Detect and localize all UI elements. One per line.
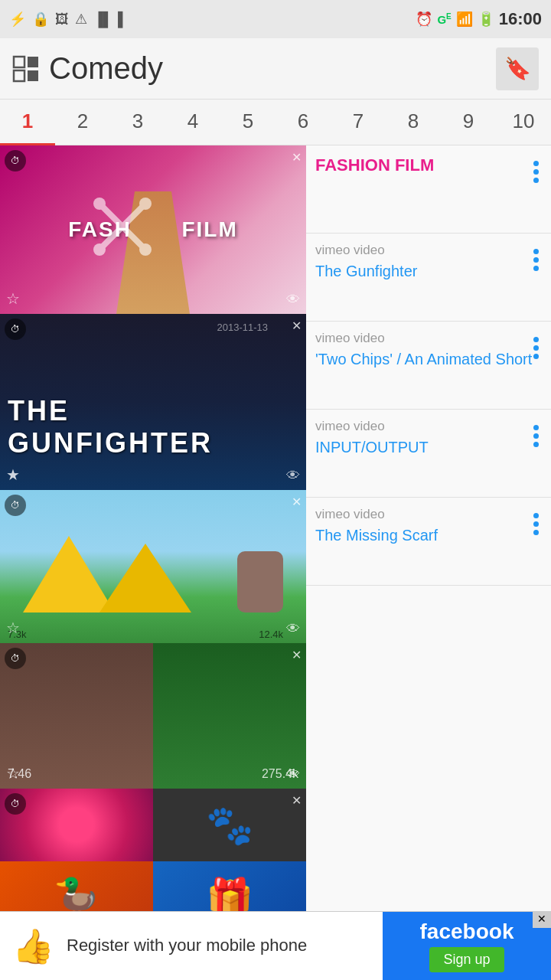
list-source-input-output: vimeo video (315, 419, 533, 434)
thumbnail-gunfighter[interactable]: THEGUNFIGHTER 2013-11-13 ⏱ ★ 👁 ✕ (0, 314, 306, 490)
list-source-missing-scarf: vimeo video (315, 507, 533, 522)
thumb1-timer: ⏱ (5, 150, 26, 172)
network-icon: GE (437, 12, 451, 26)
tab-7[interactable]: 7 (331, 100, 386, 145)
ad-text: Register with your mobile phone (67, 935, 307, 957)
thumbnail-missing-scarf[interactable]: 🐾 🦆 🎁 ⏱ ☆ 👁 ✕ (0, 789, 306, 911)
list-item-fashion-film[interactable]: FASHION FILM (306, 145, 551, 234)
page-title: Comedy (49, 51, 163, 86)
tab-8[interactable]: 8 (386, 100, 441, 145)
list-menu-fashion-film[interactable] (533, 155, 539, 183)
status-time: 16:00 (499, 9, 542, 29)
svg-point-8 (93, 243, 106, 256)
thumbnail-input-output[interactable]: 7.46 275.4k ⏱ ☆ 👁 ✕ (0, 643, 306, 789)
tab-5[interactable]: 5 (220, 100, 276, 145)
list-title-fashion-film: FASHION FILM (315, 155, 533, 177)
list-title-two-chips: 'Two Chips' / An Animated Short (315, 349, 533, 369)
thumbnail-two-chips[interactable]: 7.3k 12.4k ⏱ ☆ 👁 ✕ (0, 490, 306, 643)
thumb4-more[interactable]: ✕ (292, 648, 302, 662)
list-menu-gunfighter[interactable] (533, 243, 539, 271)
tab-10[interactable]: 10 (496, 100, 551, 145)
tab-bar: 1 2 3 4 5 6 7 8 9 10 (0, 100, 551, 145)
thumb3-more[interactable]: ✕ (292, 495, 302, 509)
usb-icon: ⚡ (9, 11, 26, 28)
thumb1-eye: 👁 (286, 292, 300, 308)
tab-3[interactable]: 3 (110, 100, 165, 145)
tab-2[interactable]: 2 (55, 100, 110, 145)
svg-point-7 (139, 198, 152, 210)
image-icon: 🖼 (55, 11, 69, 28)
warning-icon: ⚠ (75, 11, 87, 28)
thumb2-timer: ⏱ (5, 318, 26, 340)
thumb3-eye: 👁 (286, 621, 300, 637)
list-menu-input-output[interactable] (533, 419, 539, 447)
list-menu-two-chips[interactable] (533, 331, 539, 359)
list-source-gunfighter: vimeo video (315, 243, 533, 258)
thumb1-more[interactable]: ✕ (292, 150, 302, 165)
list-source-two-chips: vimeo video (315, 331, 533, 346)
thumb3-timer: ⏱ (5, 495, 26, 516)
tab-4[interactable]: 4 (165, 100, 220, 145)
thumb2-eye: 👁 (286, 468, 300, 484)
thumb5-more[interactable]: ✕ (292, 793, 302, 808)
list-item-input-output[interactable]: vimeo video INPUT/OUTPUT (306, 410, 551, 498)
thumb4-star: ☆ (6, 764, 20, 782)
status-bar: ⚡ 🔒 🖼 ⚠ ▐▌▐ ⏰ GE 📶 🔋 16:00 (0, 0, 551, 38)
tab-1[interactable]: 1 (0, 100, 55, 145)
list-title-gunfighter: The Gunfighter (315, 261, 533, 281)
list-title-missing-scarf: The Missing Scarf (315, 525, 533, 545)
bookmark-icon: 🔖 (504, 56, 531, 81)
thumbnail-panel: FASHION FILM ⏱ ☆ 👁 ✕ (0, 145, 306, 911)
thumb4-eye: 👁 (286, 766, 300, 782)
tab-9[interactable]: 9 (441, 100, 496, 145)
thumb2-more[interactable]: ✕ (292, 318, 302, 333)
thumb2-star: ★ (6, 466, 20, 484)
list-item-gunfighter[interactable]: vimeo video The Gunfighter (306, 234, 551, 322)
svg-point-6 (93, 198, 106, 210)
battery-icon: 🔋 (478, 11, 494, 28)
app-logo (12, 55, 40, 83)
list-item-missing-scarf[interactable]: vimeo video The Missing Scarf (306, 498, 551, 586)
facebook-signup-button[interactable]: Sign up (429, 947, 504, 972)
signal-icon: 📶 (456, 11, 473, 28)
list-panel: FASHION FILM vimeo video The Gunfighter (306, 145, 551, 911)
ad-banner: 👍 Register with your mobile phone facebo… (0, 911, 551, 980)
svg-rect-1 (14, 70, 24, 81)
barcode-icon: ▐▌▐ (93, 11, 122, 28)
thumb5-timer: ⏱ (5, 793, 26, 815)
alarm-icon: ⏰ (416, 11, 432, 28)
list-menu-missing-scarf[interactable] (533, 507, 539, 535)
bookmark-button[interactable]: 🔖 (496, 47, 539, 90)
lock-icon: 🔒 (32, 11, 49, 28)
svg-rect-3 (28, 70, 38, 81)
list-item-two-chips[interactable]: vimeo video 'Two Chips' / An Animated Sh… (306, 322, 551, 410)
thumb1-star: ☆ (6, 289, 20, 308)
thumbnail-fashion-film[interactable]: FASHION FILM ⏱ ☆ 👁 ✕ (0, 145, 306, 314)
facebook-logo: facebook (420, 920, 514, 944)
ad-thumbs-up-icon: 👍 (12, 926, 54, 966)
svg-rect-2 (28, 57, 38, 67)
svg-point-9 (139, 243, 152, 256)
thumb3-star: ☆ (6, 619, 20, 637)
thumb4-timer: ⏱ (5, 648, 26, 669)
main-content: FASHION FILM ⏱ ☆ 👁 ✕ (0, 145, 551, 911)
app-bar: Comedy 🔖 (0, 38, 551, 100)
ad-facebook-section: facebook Sign up (383, 912, 551, 980)
list-title-input-output: INPUT/OUTPUT (315, 437, 533, 457)
svg-rect-0 (14, 57, 24, 67)
tab-6[interactable]: 6 (276, 100, 331, 145)
ad-close-button[interactable]: ✕ (533, 911, 551, 928)
